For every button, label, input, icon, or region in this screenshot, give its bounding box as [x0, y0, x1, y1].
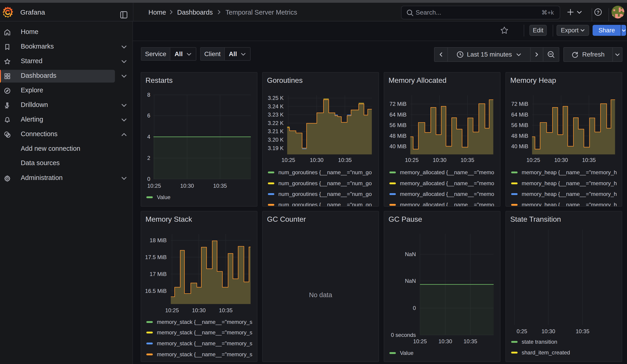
svg-text:?: ? [597, 9, 600, 15]
